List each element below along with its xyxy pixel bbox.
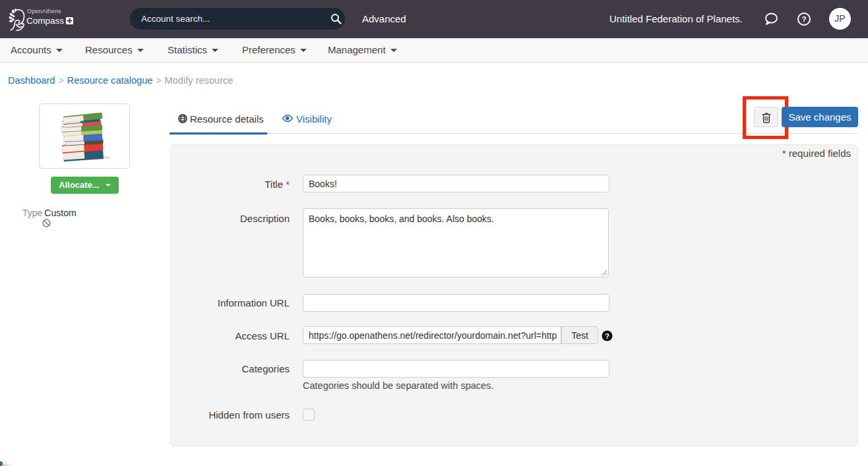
svg-text:?: ? bbox=[801, 15, 806, 23]
svg-text:?: ? bbox=[605, 332, 609, 340]
